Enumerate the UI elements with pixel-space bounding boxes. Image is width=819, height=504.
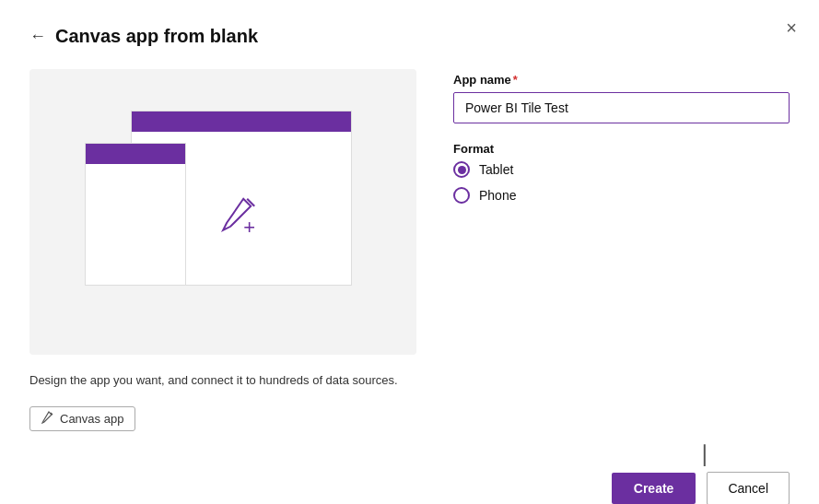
radio-phone-label: Phone bbox=[479, 188, 516, 203]
close-button[interactable]: × bbox=[786, 18, 797, 37]
back-icon: ← bbox=[29, 27, 46, 46]
close-icon: × bbox=[786, 18, 797, 38]
canvas-tag-button[interactable]: Canvas app bbox=[29, 406, 135, 431]
back-button[interactable]: ← bbox=[29, 27, 46, 46]
right-panel: App name* Format Tablet Phone bbox=[453, 69, 790, 204]
create-button[interactable]: Create bbox=[612, 473, 696, 504]
radio-phone-indicator bbox=[453, 187, 470, 204]
canvas-app-dialog: ← Canvas app from blank × bbox=[0, 0, 819, 504]
app-name-label: App name* bbox=[453, 73, 790, 87]
radio-phone[interactable]: Phone bbox=[453, 187, 790, 204]
radio-tablet[interactable]: Tablet bbox=[453, 161, 790, 178]
dialog-header: ← Canvas app from blank × bbox=[29, 26, 790, 47]
canvas-tag-label: Canvas app bbox=[60, 412, 123, 426]
canvas-back-bar bbox=[132, 111, 351, 132]
svg-text:+: + bbox=[243, 216, 255, 238]
format-label: Format bbox=[453, 142, 790, 156]
canvas-front-bar bbox=[86, 144, 185, 164]
app-name-field-group: App name* bbox=[453, 73, 790, 123]
dialog-body: + Design the app you want, and connect i… bbox=[29, 69, 790, 431]
canvas-tag-icon bbox=[41, 411, 54, 427]
dialog-footer: Create Cancel bbox=[29, 461, 790, 505]
required-marker: * bbox=[513, 73, 518, 87]
format-field-group: Format Tablet Phone bbox=[453, 142, 790, 204]
illustration-area: + bbox=[29, 69, 416, 355]
description-text: Design the app you want, and connect it … bbox=[29, 371, 416, 390]
canvas-illustration: + bbox=[76, 101, 370, 322]
dialog-title: Canvas app from blank bbox=[55, 26, 790, 47]
radio-tablet-indicator bbox=[453, 161, 470, 178]
canvas-front-card bbox=[85, 143, 186, 286]
radio-tablet-label: Tablet bbox=[479, 162, 513, 177]
app-name-input[interactable] bbox=[453, 92, 790, 123]
radio-group: Tablet Phone bbox=[453, 161, 790, 204]
left-panel: + Design the app you want, and connect i… bbox=[29, 69, 416, 431]
pencil-icon: + bbox=[216, 190, 263, 238]
cancel-button[interactable]: Cancel bbox=[707, 472, 790, 505]
